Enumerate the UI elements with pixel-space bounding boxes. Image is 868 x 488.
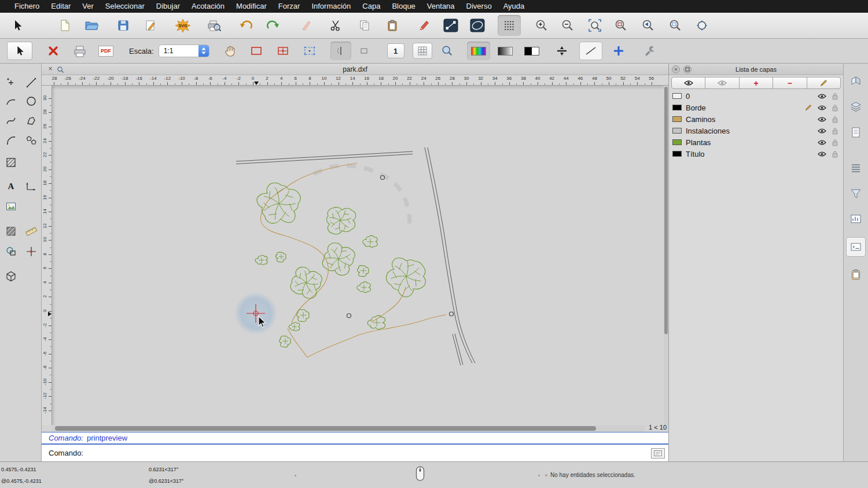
tool-hatch[interactable] <box>1 154 20 171</box>
layer-color-swatch[interactable] <box>672 139 682 145</box>
new-file-button[interactable] <box>53 15 76 36</box>
layer-row-caminos[interactable]: Caminos <box>669 113 843 125</box>
page-one-button[interactable]: 1 <box>387 43 404 58</box>
layer-color-swatch[interactable] <box>672 105 682 110</box>
menu-informacion[interactable]: Información <box>306 0 356 13</box>
park-drawing[interactable] <box>52 86 664 425</box>
layer-color-swatch[interactable] <box>672 128 682 134</box>
grid-info-button[interactable] <box>413 43 432 59</box>
layer-color-swatch[interactable] <box>672 93 682 99</box>
full-color-mode-button[interactable] <box>467 42 490 60</box>
panel-property-editor-button[interactable] <box>846 72 866 91</box>
undo-button[interactable] <box>234 15 258 36</box>
tool-image[interactable] <box>1 198 20 215</box>
layer-row-plantas[interactable]: Plantas <box>669 136 843 148</box>
menu-capa[interactable]: Capa <box>356 0 386 13</box>
hide-all-layers-button[interactable] <box>705 77 739 89</box>
scale-select[interactable]: 1:1 <box>159 45 209 57</box>
tool-isometric[interactable] <box>1 268 20 285</box>
menu-fichero[interactable]: Fichero <box>9 0 45 13</box>
layer-row-titulo[interactable]: Título <box>669 148 843 160</box>
panel-clipboard-button[interactable] <box>846 265 866 284</box>
cut-inactive-button[interactable] <box>295 15 318 36</box>
ellipse-entity-button[interactable] <box>466 15 489 36</box>
menu-editar[interactable]: Editar <box>45 0 76 13</box>
layer-lock-icon[interactable] <box>830 93 840 100</box>
paper-grid-button[interactable] <box>271 42 295 60</box>
layer-visibility-icon[interactable] <box>817 105 826 111</box>
panel-command-line-button[interactable] <box>846 237 866 257</box>
tool-spline[interactable] <box>1 112 20 130</box>
layer-lock-icon[interactable] <box>830 116 840 123</box>
grayscale-mode-button[interactable] <box>494 42 517 60</box>
previous-view-button[interactable] <box>637 15 660 36</box>
print-button[interactable] <box>68 42 91 60</box>
select-tool-button[interactable] <box>6 15 29 36</box>
drawing-canvas[interactable] <box>52 86 664 425</box>
tool-arc[interactable] <box>1 93 20 110</box>
horizontal-scroll-thumb[interactable] <box>55 426 596 431</box>
reset-button[interactable] <box>42 42 65 60</box>
show-all-layers-button[interactable] <box>671 77 705 89</box>
menu-ver[interactable]: Ver <box>76 0 100 13</box>
menu-ventana[interactable]: Ventana <box>421 0 461 13</box>
cut-button[interactable] <box>324 15 347 36</box>
blackwhite-mode-button[interactable] <box>520 42 543 60</box>
lineweight-toggle-button[interactable] <box>550 42 573 60</box>
zoom-out-button[interactable] <box>556 15 579 36</box>
tool-text[interactable]: A <box>1 178 20 195</box>
linetype-toggle-button[interactable] <box>579 42 602 60</box>
save-button[interactable] <box>112 15 135 36</box>
layer-visibility-icon[interactable] <box>817 151 826 157</box>
edit-layer-button[interactable] <box>807 77 841 89</box>
crosshair-toggle-button[interactable] <box>607 42 630 60</box>
layer-visibility-icon[interactable] <box>817 139 826 146</box>
tool-line[interactable] <box>21 74 41 91</box>
projection-toggle-1[interactable] <box>330 42 351 60</box>
command-options-button[interactable] <box>651 448 665 459</box>
open-file-button[interactable] <box>80 15 103 36</box>
vertical-scroll-thumb[interactable] <box>664 87 668 334</box>
tool-point[interactable] <box>1 74 20 91</box>
horizontal-scrollbar[interactable] <box>52 425 645 432</box>
copy-button[interactable] <box>353 15 376 36</box>
menu-forzar[interactable]: Forzar <box>273 0 306 13</box>
zoom-in-button[interactable] <box>530 15 553 36</box>
layer-visibility-icon[interactable] <box>817 128 826 134</box>
menu-acotacion[interactable]: Acotación <box>186 0 230 13</box>
zoom-detail-button[interactable] <box>436 42 459 60</box>
layer-lock-icon[interactable] <box>830 139 840 146</box>
panel-library-browser-button[interactable] <box>846 209 866 229</box>
grid-toggle-button[interactable] <box>498 15 521 36</box>
vertical-scrollbar[interactable] <box>664 86 668 425</box>
command-input[interactable] <box>87 448 651 459</box>
menu-modificar[interactable]: Modificar <box>230 0 273 13</box>
remove-layer-button[interactable]: − <box>773 77 807 89</box>
layer-color-swatch[interactable] <box>672 151 682 157</box>
tool-block[interactable] <box>1 243 20 260</box>
tool-polyline[interactable] <box>21 112 41 130</box>
panel-layer-list-button[interactable] <box>846 97 866 117</box>
settings-button[interactable] <box>638 42 661 60</box>
print-preview-button[interactable] <box>203 15 226 36</box>
panel-view-list-button[interactable] <box>846 158 866 178</box>
tool-measure[interactable] <box>21 223 41 240</box>
layer-row-borde[interactable]: Borde <box>669 102 843 113</box>
pdf-export-button[interactable]: PDF <box>94 42 117 60</box>
panel-selection-filter-button[interactable] <box>846 184 866 204</box>
layer-row-instalaciones[interactable]: Instalaciones <box>669 125 843 136</box>
paper-border-button[interactable] <box>245 42 268 60</box>
panel-block-list-button[interactable] <box>846 123 866 142</box>
pan-hand-button[interactable] <box>219 42 242 60</box>
draw-pencil-button[interactable] <box>413 15 436 36</box>
layer-visibility-icon[interactable] <box>817 93 826 99</box>
layer-visibility-icon[interactable] <box>817 116 826 123</box>
layer-color-swatch[interactable] <box>672 116 682 122</box>
tool-ellipse[interactable] <box>1 132 20 149</box>
redo-button[interactable] <box>262 15 285 36</box>
tool-polygon[interactable] <box>21 132 41 149</box>
menu-ayuda[interactable]: Ayuda <box>498 0 531 13</box>
tool-dimension[interactable] <box>21 178 41 195</box>
selection-pointer-button[interactable] <box>7 42 32 60</box>
projection-toggle-2[interactable] <box>354 42 374 60</box>
